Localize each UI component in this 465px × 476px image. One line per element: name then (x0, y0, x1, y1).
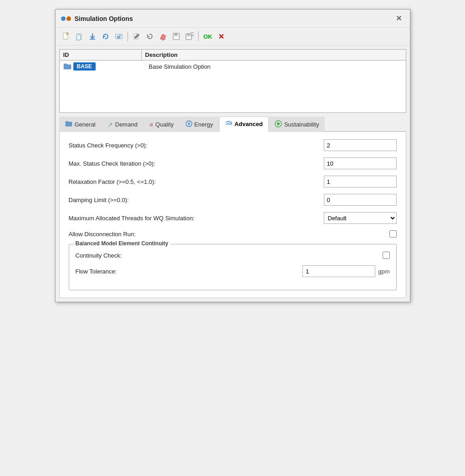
simulation-list: ID Description BASE Base Simulation Opti… (59, 49, 406, 113)
saveas-button[interactable]: + (184, 30, 195, 42)
damping-limit-label: Damping Limit (>=0.0): (69, 197, 324, 203)
tab-quality-icon: ≡ (149, 121, 153, 128)
refresh-button[interactable] (100, 30, 112, 42)
tab-quality-label: Quality (155, 121, 174, 128)
svg-rect-14 (174, 36, 179, 39)
flow-tolerance-unit: gpm (378, 268, 389, 275)
status-check-freq-label: Status Check Frequency (>0): (69, 142, 324, 149)
tabs-bar: General ↗ Demand ≡ Quality Energy (59, 116, 406, 132)
copy-icon (75, 32, 83, 41)
tab-sustainability-label: Sustainability (284, 121, 319, 128)
svg-point-23 (277, 122, 280, 125)
refresh-icon (102, 32, 110, 41)
tab-sustainability[interactable]: Sustainability (269, 116, 325, 132)
tab-general-label: General (75, 121, 96, 128)
max-threads-row: Maximum Allocated Threads for WQ Simulat… (69, 212, 397, 224)
list-item-description: Base Simulation Option (145, 63, 211, 70)
allow-disconnection-label: Allow Disconnection Run: (69, 231, 389, 238)
folder-icon (65, 121, 72, 127)
new-file-button[interactable] (60, 30, 72, 42)
separator-2 (198, 31, 199, 41)
list-header: ID Description (60, 50, 406, 61)
item-folder-icon (63, 63, 72, 70)
simulation-options-window: Simulation Options ✕ (55, 9, 410, 302)
flow-tolerance-label: Flow Tolerance: (76, 268, 303, 275)
edit-icon (133, 32, 141, 41)
tab-quality[interactable]: ≡ Quality (143, 116, 180, 132)
tab-energy-icon (186, 120, 192, 129)
icon-dot-blue (61, 16, 66, 21)
close-button[interactable]: ✕ (393, 13, 404, 24)
col-id-header: ID (60, 50, 142, 60)
id-button[interactable]: ID (113, 30, 125, 42)
tab-general-icon (65, 121, 72, 128)
list-item[interactable]: BASE Base Simulation Option (60, 61, 406, 72)
svg-rect-3 (77, 35, 81, 40)
max-threads-select[interactable]: Default 1 2 4 8 (324, 212, 397, 224)
save-icon (172, 32, 180, 41)
damping-limit-row: Damping Limit (>=0.0): (69, 194, 397, 206)
status-check-freq-input[interactable] (324, 139, 397, 151)
save-button[interactable] (170, 30, 182, 42)
separator-1 (128, 31, 128, 41)
max-status-check-row: Max. Status Check Iteration (>0): (69, 157, 397, 169)
energy-icon (186, 120, 192, 127)
tab-energy-label: Energy (194, 121, 213, 128)
continuity-check-checkbox[interactable] (383, 252, 390, 259)
flow-tolerance-input[interactable] (302, 265, 375, 277)
max-status-check-label: Max. Status Check Iteration (>0): (69, 160, 324, 167)
cancel-button[interactable]: ✕ (216, 32, 226, 41)
import-button[interactable] (87, 30, 98, 42)
svg-rect-16 (187, 34, 189, 35)
advanced-tab-content: Status Check Frequency (>0): Max. Status… (59, 132, 406, 298)
window-title: Simulation Options (75, 15, 133, 22)
import-icon (88, 32, 97, 41)
damping-limit-input[interactable] (324, 194, 397, 206)
advanced-icon (225, 120, 232, 127)
icon-dot-orange (66, 16, 71, 21)
tab-energy[interactable]: Energy (180, 116, 219, 132)
relaxation-factor-input[interactable] (324, 176, 397, 187)
app-icon (61, 16, 71, 21)
allow-disconnection-checkbox[interactable] (389, 230, 397, 238)
group-title: Balanced Model Element Continuity (74, 240, 170, 247)
edit-button[interactable] (131, 30, 143, 42)
max-threads-label: Maximum Allocated Threads for WQ Simulat… (69, 215, 324, 222)
tab-advanced-icon (225, 120, 232, 128)
group-content: Continuity Check: Flow Tolerance: gpm (76, 252, 390, 277)
tab-sustainability-icon (275, 120, 282, 129)
reorder-button[interactable] (144, 30, 156, 42)
relaxation-factor-label: Relaxation Factor (>=0.5, <=1.0): (69, 178, 324, 185)
allow-disconnection-row: Allow Disconnection Run: (69, 230, 397, 238)
eraser-icon (159, 32, 167, 41)
eraser-button[interactable] (157, 30, 169, 42)
title-bar-left: Simulation Options (61, 15, 133, 22)
svg-text:+: + (191, 33, 193, 36)
tab-general[interactable]: General (59, 116, 102, 132)
tab-demand-icon: ↗ (107, 121, 113, 128)
svg-rect-13 (174, 33, 177, 35)
tabs-area: General ↗ Demand ≡ Quality Energy (59, 116, 406, 298)
tab-demand-label: Demand (115, 121, 138, 128)
title-bar: Simulation Options ✕ (56, 10, 410, 28)
new-file-icon (62, 32, 70, 41)
col-desc-header: Description (142, 50, 406, 60)
sustainability-icon (275, 120, 282, 127)
status-check-freq-row: Status Check Frequency (>0): (69, 139, 397, 151)
continuity-check-label: Continuity Check: (76, 252, 383, 259)
svg-rect-11 (160, 39, 166, 40)
saveas-icon: + (185, 32, 194, 41)
copy-button[interactable] (73, 30, 85, 42)
ok-button[interactable]: OK (201, 33, 215, 41)
relaxation-factor-row: Relaxation Factor (>=0.5, <=1.0): (69, 176, 397, 187)
svg-rect-17 (186, 37, 191, 39)
svg-rect-4 (90, 39, 95, 40)
svg-rect-7 (119, 35, 121, 36)
toolbar: ID (56, 28, 410, 46)
svg-rect-8 (119, 36, 121, 37)
id-icon: ID (115, 32, 123, 41)
tab-demand[interactable]: ↗ Demand (102, 116, 143, 132)
max-status-check-input[interactable] (324, 157, 397, 169)
tab-advanced[interactable]: Advanced (219, 116, 269, 132)
continuity-check-row: Continuity Check: (76, 252, 390, 259)
